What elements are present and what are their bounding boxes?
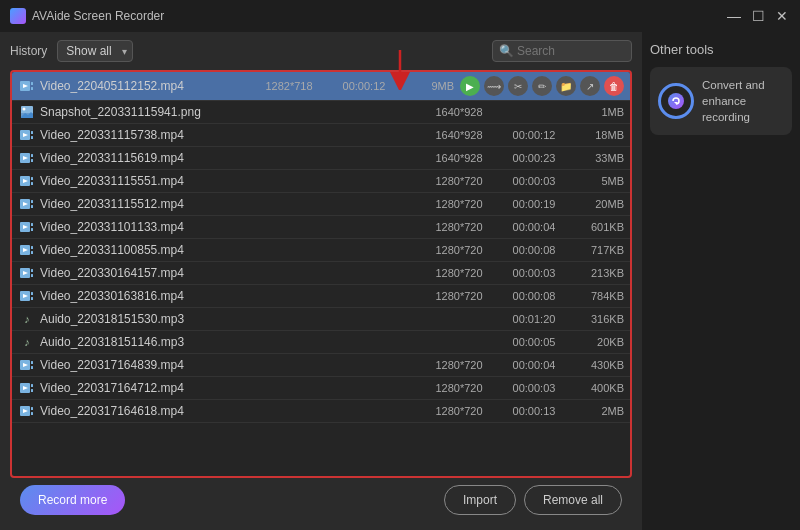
list-item[interactable]: ♪Auido_220318151146.mp300:00:0520KB: [12, 331, 630, 354]
folder-button[interactable]: 📁: [556, 76, 576, 96]
file-name: Snapshot_220331115941.png: [40, 105, 419, 119]
list-item[interactable]: Video_220331115512.mp41280*72000:00:1920…: [12, 193, 630, 216]
list-item[interactable]: Video_220317164839.mp41280*72000:00:0443…: [12, 354, 630, 377]
svg-rect-20: [31, 177, 33, 180]
svg-rect-13: [31, 136, 33, 139]
convert-line2: enhance recording: [702, 93, 784, 125]
file-resolution: 1280*720: [419, 267, 499, 279]
video-icon: [18, 266, 36, 280]
file-name: Video_220317164712.mp4: [40, 381, 419, 395]
list-item[interactable]: ♪Auido_220318151530.mp300:01:20316KB: [12, 308, 630, 331]
delete-button[interactable]: 🗑: [604, 76, 624, 96]
svg-rect-33: [31, 251, 33, 254]
svg-rect-4: [31, 82, 33, 85]
video-icon: [18, 358, 36, 372]
search-wrapper: 🔍: [492, 40, 632, 62]
file-size: 9MB: [399, 80, 454, 92]
file-size: 430KB: [569, 359, 624, 371]
file-resolution: 1280*720: [419, 359, 499, 371]
list-item[interactable]: Video_220331115619.mp41640*92800:00:2333…: [12, 147, 630, 170]
file-size: 213KB: [569, 267, 624, 279]
file-resolution: 1280*720: [419, 382, 499, 394]
list-item[interactable]: Video_220330163816.mp41280*72000:00:0878…: [12, 285, 630, 308]
svg-rect-37: [31, 274, 33, 277]
audio-icon: ♪: [18, 336, 36, 348]
svg-rect-52: [31, 407, 33, 410]
file-duration: 00:00:03: [499, 267, 569, 279]
file-name: Video_220330164157.mp4: [40, 266, 419, 280]
file-list: Video_220405112152.mp41282*71800:00:129M…: [12, 72, 630, 423]
app-icon: [10, 8, 26, 24]
video-icon: [18, 79, 36, 93]
file-size: 33MB: [569, 152, 624, 164]
svg-rect-41: [31, 297, 33, 300]
file-size: 717KB: [569, 244, 624, 256]
list-item[interactable]: Video_220330164157.mp41280*72000:00:0321…: [12, 262, 630, 285]
video-icon: [18, 174, 36, 188]
convert-card[interactable]: Convert and enhance recording: [650, 67, 792, 135]
titlebar: AVAide Screen Recorder — ☐ ✕: [0, 0, 800, 32]
file-name: Video_220331115512.mp4: [40, 197, 419, 211]
file-duration: 00:00:03: [499, 175, 569, 187]
file-size: 18MB: [569, 129, 624, 141]
convert-icon: [658, 83, 694, 119]
list-item[interactable]: Video_220331100855.mp41280*72000:00:0871…: [12, 239, 630, 262]
file-name: Video_220331115619.mp4: [40, 151, 419, 165]
svg-rect-53: [31, 412, 33, 415]
file-size: 2MB: [569, 405, 624, 417]
play-button[interactable]: ▶: [460, 76, 480, 96]
list-item[interactable]: Video_220331115551.mp41280*72000:00:035M…: [12, 170, 630, 193]
svg-rect-28: [31, 223, 33, 226]
list-item[interactable]: Video_220317164618.mp41280*72000:00:132M…: [12, 400, 630, 423]
file-duration: 00:00:12: [329, 80, 399, 92]
file-name: Video_220317164839.mp4: [40, 358, 419, 372]
file-duration: 00:01:20: [499, 313, 569, 325]
file-resolution: 1280*720: [419, 221, 499, 233]
right-panel: Other tools Convert and enhance recordin…: [642, 32, 800, 530]
list-item[interactable]: Video_220317164712.mp41280*72000:00:0340…: [12, 377, 630, 400]
svg-rect-40: [31, 292, 33, 295]
file-resolution: 1280*720: [419, 290, 499, 302]
list-item[interactable]: Video_220331115738.mp41640*92800:00:1218…: [12, 124, 630, 147]
remove-all-button[interactable]: Remove all: [524, 485, 622, 515]
list-item[interactable]: Video_220405112152.mp41282*71800:00:129M…: [12, 72, 630, 101]
record-more-button[interactable]: Record more: [20, 485, 125, 515]
file-duration: 00:00:04: [499, 221, 569, 233]
other-tools-title: Other tools: [650, 42, 792, 57]
pen-button[interactable]: ✏: [532, 76, 552, 96]
video-icon: [18, 151, 36, 165]
svg-rect-44: [31, 361, 33, 364]
svg-rect-29: [31, 228, 33, 231]
history-dropdown[interactable]: Show all Videos Images Audio: [57, 40, 133, 62]
waveform-button[interactable]: ⟿: [484, 76, 504, 96]
file-duration: 00:00:12: [499, 129, 569, 141]
svg-point-8: [23, 108, 26, 111]
video-icon: [18, 128, 36, 142]
file-name: Video_220405112152.mp4: [40, 79, 249, 93]
minimize-button[interactable]: —: [726, 8, 742, 24]
history-dropdown-wrapper[interactable]: Show all Videos Images Audio ▾: [57, 40, 133, 62]
main-layout: History Show all Videos Images Audio ▾: [0, 32, 800, 530]
file-size: 20MB: [569, 198, 624, 210]
file-duration: 00:00:08: [499, 244, 569, 256]
import-button[interactable]: Import: [444, 485, 516, 515]
maximize-button[interactable]: ☐: [750, 8, 766, 24]
share-button[interactable]: ↗: [580, 76, 600, 96]
scissors-button[interactable]: ✂: [508, 76, 528, 96]
file-size: 400KB: [569, 382, 624, 394]
svg-rect-36: [31, 269, 33, 272]
list-item[interactable]: Video_220331101133.mp41280*72000:00:0460…: [12, 216, 630, 239]
file-list-container[interactable]: Video_220405112152.mp41282*71800:00:129M…: [10, 70, 632, 478]
list-item[interactable]: Snapshot_220331115941.png1640*9281MB: [12, 101, 630, 124]
window-controls[interactable]: — ☐ ✕: [726, 8, 790, 24]
file-duration: 00:00:03: [499, 382, 569, 394]
file-duration: 00:00:04: [499, 359, 569, 371]
close-button[interactable]: ✕: [774, 8, 790, 24]
svg-rect-24: [31, 200, 33, 203]
file-duration: 00:00:05: [499, 336, 569, 348]
file-resolution: 1640*928: [419, 106, 499, 118]
bottom-bar: Record more Import Remove all: [10, 478, 632, 522]
file-name: Video_220317164618.mp4: [40, 404, 419, 418]
file-name: Video_220331115551.mp4: [40, 174, 419, 188]
app-title: AVAide Screen Recorder: [32, 9, 164, 23]
